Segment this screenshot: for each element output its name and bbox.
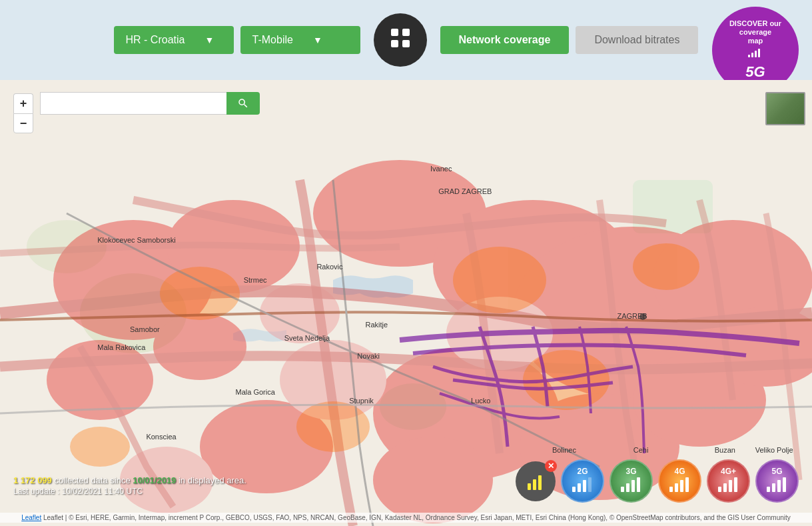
svg-rect-4	[748, 55, 750, 57]
header: HR - Croatia ▼ T-Mobile ▼ Network covera…	[0, 0, 812, 80]
network-badge-2g[interactable]: 2G	[561, 459, 604, 503]
logo	[374, 13, 427, 67]
operator-label: T-Mobile	[252, 34, 293, 46]
badge-4gplus-bars	[718, 477, 739, 496]
map-thumb-image	[767, 93, 804, 124]
promo-line1: DISCOVER our	[729, 19, 781, 28]
map-container[interactable]: ZAGREB Samobor Rakovic Sveta Nedelja Str…	[0, 80, 812, 526]
header-controls: HR - Croatia ▼ T-Mobile ▼ Network covera…	[114, 13, 699, 67]
svg-rect-48	[637, 477, 640, 492]
badge-2g-label: 2G	[577, 467, 588, 476]
svg-rect-3	[402, 40, 410, 47]
svg-rect-46	[626, 483, 629, 492]
stats-update: Last update : 10/02/2021 11:40 UTC	[13, 487, 246, 496]
promo-line2: coverage	[739, 28, 771, 37]
download-bitrates-button[interactable]: Download bitrates	[576, 26, 698, 54]
country-dropdown[interactable]: HR - Croatia ▼	[114, 26, 234, 54]
stats-bar: 1 172 099 collected data since 10/01/201…	[13, 475, 246, 496]
search-input[interactable]	[40, 92, 226, 115]
svg-point-32	[453, 247, 546, 313]
stats-date: 10/01/2019	[133, 475, 176, 485]
svg-rect-60	[783, 477, 786, 492]
svg-rect-6	[755, 51, 757, 57]
svg-rect-58	[772, 483, 775, 492]
leaflet-link[interactable]: Leaflet	[21, 514, 41, 521]
svg-rect-49	[669, 487, 673, 492]
country-label: HR - Croatia	[126, 34, 185, 46]
badge-3g-bars	[621, 477, 642, 496]
network-badge-5g[interactable]: 5G	[755, 459, 799, 503]
map-thumbnail[interactable]	[765, 92, 805, 125]
svg-rect-40	[538, 475, 542, 490]
network-badge-3g[interactable]: 3G	[609, 459, 653, 503]
operator-dropdown[interactable]: T-Mobile ▼	[240, 26, 360, 54]
svg-rect-39	[533, 479, 536, 490]
svg-rect-57	[767, 487, 770, 492]
zoom-out-button[interactable]: −	[13, 113, 33, 133]
search-bar	[40, 92, 260, 115]
svg-rect-41	[572, 487, 576, 492]
svg-rect-43	[583, 480, 586, 492]
search-button[interactable]	[226, 92, 260, 115]
svg-rect-45	[621, 487, 624, 492]
signal-icon	[748, 47, 763, 61]
network-coverage-button[interactable]: Network coverage	[440, 26, 570, 54]
svg-rect-56	[734, 477, 737, 492]
svg-point-27	[373, 437, 493, 523]
badge-5g-bars	[767, 477, 788, 496]
svg-rect-53	[718, 487, 721, 492]
svg-point-25	[153, 313, 246, 380]
svg-rect-5	[751, 53, 753, 57]
promo-tech-label: 5G	[745, 63, 765, 81]
promo-line3: map	[748, 37, 763, 45]
badge-4g-bars	[669, 477, 691, 496]
zoom-in-button[interactable]: +	[13, 93, 33, 113]
svg-rect-0	[391, 29, 398, 36]
svg-point-36	[70, 427, 130, 467]
svg-rect-38	[528, 483, 531, 490]
svg-rect-52	[685, 477, 689, 492]
badge-4g-label: 4G	[674, 467, 685, 476]
badge-4gplus-label: 4G+	[721, 467, 736, 476]
stats-text1: collected data since	[54, 475, 133, 485]
svg-rect-44	[588, 477, 592, 492]
logo-icon	[388, 26, 412, 55]
svg-rect-51	[680, 480, 683, 492]
filter-button[interactable]: ✕	[516, 461, 556, 501]
badge-5g-label: 5G	[771, 467, 782, 476]
search-icon	[237, 97, 249, 109]
svg-point-35	[633, 243, 699, 290]
network-badge-4gplus[interactable]: 4G+	[707, 459, 750, 503]
legend-area: ✕ 2G 3G	[516, 459, 799, 503]
attribution: Leaflet Leaflet | © Esri, HERE, Garmin, …	[0, 513, 812, 523]
svg-rect-1	[402, 29, 410, 36]
svg-rect-50	[675, 483, 678, 492]
country-arrow-icon: ▼	[204, 35, 214, 45]
zoom-controls: + −	[13, 93, 33, 133]
stats-text2: in displayed area.	[179, 475, 246, 485]
svg-rect-42	[578, 483, 581, 492]
attribution-text: Leaflet | © Esri, HERE, Garmin, Intermap…	[43, 514, 791, 521]
svg-rect-2	[391, 40, 398, 47]
badge-3g-label: 3G	[625, 467, 636, 476]
svg-rect-55	[729, 480, 732, 492]
network-badge-4g[interactable]: 4G	[658, 459, 701, 503]
svg-rect-7	[758, 49, 760, 57]
stats-count-line: 1 172 099 collected data since 10/01/201…	[13, 475, 246, 485]
svg-rect-59	[777, 480, 781, 492]
filter-icon	[524, 470, 547, 493]
filter-x-icon: ✕	[545, 460, 557, 472]
operator-arrow-icon: ▼	[313, 35, 322, 45]
badge-2g-bars	[572, 477, 594, 496]
data-count: 1 172 099	[13, 475, 52, 485]
svg-point-31	[160, 267, 240, 320]
svg-point-37	[639, 313, 646, 320]
svg-rect-47	[631, 480, 635, 492]
svg-rect-54	[723, 483, 727, 492]
